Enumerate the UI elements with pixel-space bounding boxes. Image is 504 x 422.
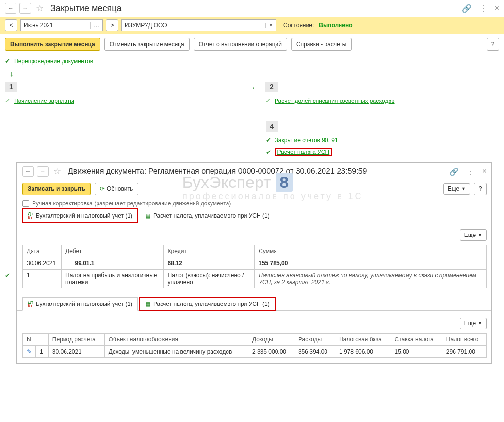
col-sum: Сумма [255,245,487,257]
period-input[interactable]: Июнь 2021 … [20,19,103,31]
col-obj: Объект налогообложения [104,334,248,346]
close-icon[interactable]: × [495,4,499,13]
refresh-button[interactable]: ⟳ Обновить [95,183,138,195]
col-debit: Дебет [62,245,164,257]
col-income: Доходы [248,334,294,346]
col-credit: Кредит [163,245,255,257]
link-icon[interactable]: 🔗 [462,4,471,13]
close9091-link[interactable]: Закрытие счетов 90, 91 [275,137,338,144]
ops-section: ✔ Перепроведение документов ↓ [0,54,504,82]
state-label: Состояние: [283,22,314,29]
tab-accounting[interactable]: ДтКт Бухгалтерский и налоговый учет (1) [22,209,138,222]
stage-1-badge: 1 [5,82,17,92]
dtkt-icon: ДтКт [28,300,33,308]
forward-button[interactable]: → [19,3,31,14]
period-value: Июнь 2021 [24,22,53,29]
col-period: Период расчета [48,334,104,346]
sub-kebab-icon[interactable]: ⋮ [467,167,474,176]
sub-title: Движения документа: Регламентная операци… [68,167,367,176]
table-icon: ▦ [145,301,150,307]
org-dropdown-icon[interactable]: ▼ [265,23,273,28]
cancel-button[interactable]: Отменить закрытие месяца [104,38,190,51]
execute-button[interactable]: Выполнить закрытие месяца [5,38,100,51]
help-button[interactable]: ? [487,38,499,51]
sub-forward-button[interactable]: → [37,166,49,177]
movements-window: БухЭксперт 8 профессионалов по учету в 1… [16,162,492,364]
page-title: Закрытие месяца [50,3,121,14]
table1-more-button[interactable]: Еще▼ [460,229,487,241]
sub-close-icon[interactable]: × [482,167,487,176]
check-icon: ✔ [5,97,10,104]
period-prev-button[interactable]: < [5,19,17,31]
usn-table: N Период расчета Объект налогообложения … [22,333,487,358]
main-titlebar: ← → ☆ Закрытие месяца 🔗 ⋮ × [0,0,504,17]
col-base: Налоговая база [335,334,390,346]
tab-usn-calc[interactable]: ▦ Расчет налога, уплачиваемого при УСН (… [140,209,275,222]
stages-row-2: 4 ✔ Закрытие счетов 90, 91 ✔ Расчет нало… [0,121,504,158]
col-date: Дата [23,245,62,257]
dtkt-icon: ДтКт [28,212,33,219]
stage-2-badge: 2 [265,82,278,92]
check-icon: ✔ [5,57,10,65]
col-total: Налог всего [442,334,486,346]
table-icon: ▦ [145,212,150,219]
main-toolbar: Выполнить закрытие месяца Отменить закры… [0,34,504,54]
col-expense: Расходы [294,334,335,346]
sub-back-button[interactable]: ← [22,166,34,177]
back-button[interactable]: ← [5,3,16,14]
org-value: ИЗУМРУД ООО [125,22,167,29]
favorite-icon[interactable]: ☆ [36,3,44,14]
more-button[interactable]: Еще▼ [443,183,470,195]
right-arrow-icon: → [248,84,256,92]
edit-icon: ✎ [27,348,32,355]
stages-row-1: 1 ✔ Начисление зарплаты → 2 ✔ Расчет дол… [0,82,504,106]
accounting-table: Дата Дебет Кредит Сумма 30.06.2021 99.01… [22,245,487,288]
kebab-icon[interactable]: ⋮ [479,4,487,13]
col-rate: Ставка налога [390,334,442,346]
stage-4-badge: 4 [266,121,278,132]
manual-edit-label: Ручная корректировка (разрешает редактир… [32,200,231,207]
table2-more-button[interactable]: Еще▼ [460,318,487,329]
period-bar: < Июнь 2021 … > ИЗУМРУД ООО ▼ Состояние:… [0,17,504,34]
salary-link[interactable]: Начисление зарплаты [14,98,74,104]
sub-titlebar: ← → ☆ Движения документа: Регламентная о… [17,163,491,180]
check-icon: ✔ [5,272,10,279]
refresh-icon: ⟳ [100,186,105,192]
save-close-button[interactable]: Записать и закрыть [22,183,91,195]
report-button[interactable]: Отчет о выполнении операций [194,38,287,51]
usn-link[interactable]: Расчет налога УСН [277,149,330,155]
table-row[interactable]: 1 Налог на прибыль и аналогичные платежи… [23,270,487,288]
repost-link[interactable]: Перепроведение документов [14,58,93,65]
sub-link-icon[interactable]: 🔗 [449,167,459,176]
tabs-bottom: ДтКт Бухгалтерский и налоговый учет (1) … [17,297,491,311]
refs-button[interactable]: Справки - расчеты [291,38,352,51]
tabs-top: ДтКт Бухгалтерский и налоговый учет (1) … [17,209,491,222]
check-icon: ✔ [266,149,271,156]
sub-help-button[interactable]: ? [474,183,487,195]
indirect-link[interactable]: Расчет долей списания косвенных расходов [275,98,395,104]
state-value: Выполнено [319,22,352,29]
down-arrow-icon: ↓ [10,69,499,78]
manual-edit-checkbox[interactable] [22,200,29,207]
check-icon: ✔ [265,97,271,104]
sub-favorite-icon[interactable]: ☆ [53,166,61,177]
tab-usn-calc-2[interactable]: ▦ Расчет налога, уплачиваемого при УСН (… [140,297,275,311]
sub-toolbar: Записать и закрыть ⟳ Обновить Еще▼ ? [17,180,491,198]
period-next-button[interactable]: > [106,19,118,31]
org-input[interactable]: ИЗУМРУД ООО ▼ [121,19,276,31]
table-row[interactable]: 30.06.2021 99.01.1 68.12 155 785,00 [23,257,487,270]
period-picker-icon[interactable]: … [90,22,99,29]
col-n: N [23,334,49,346]
manual-edit-row: Ручная корректировка (разрешает редактир… [17,198,491,209]
table-row[interactable]: ✎ 1 30.06.2021 Доходы, уменьшенные на ве… [23,346,487,358]
check-icon: ✔ [266,136,271,144]
tab-accounting-2[interactable]: ДтКт Бухгалтерский и налоговый учет (1) [22,297,138,311]
